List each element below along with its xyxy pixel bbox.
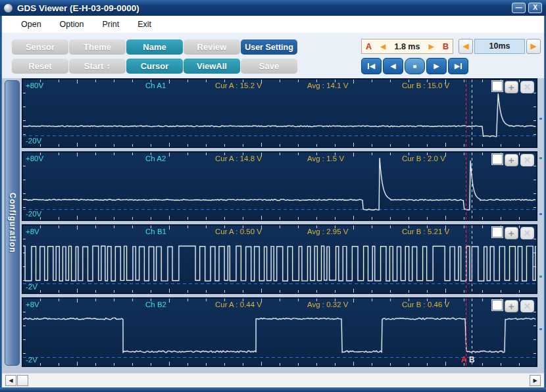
channel-panel-chA2: +80V Ch A2 Cur A : 14.8 V Avg : 1.5 V Cu… — [22, 151, 537, 221]
viewall-button[interactable]: ViewAll — [184, 59, 240, 74]
cursor-a-arrow-icon: ◀ — [380, 43, 385, 50]
theme-button[interactable]: Theme — [69, 39, 126, 55]
name-button[interactable]: Name — [126, 39, 183, 55]
stop-button[interactable]: ■ — [405, 58, 425, 74]
window-border-bottom — [0, 387, 546, 392]
right-edge-strip — [539, 78, 543, 370]
range-top-label: +8V — [26, 228, 39, 235]
app-icon — [4, 4, 12, 12]
channel-panel-chB2: +8V Ch B2 Cur A : 0.44 V Avg : 0.32 V Cu… — [22, 297, 537, 367]
minimize-button[interactable]: — — [512, 3, 526, 13]
bar-icon — [368, 63, 369, 69]
menu-open[interactable]: Open — [12, 17, 51, 32]
waveform-canvas-chB1[interactable] — [23, 226, 536, 293]
cursor-a-readout: Cur A : 0.44 V — [215, 301, 262, 308]
start-button-label: Start — [84, 61, 104, 71]
scrollbar-thumb[interactable] — [17, 375, 28, 386]
skip-to-start-button[interactable]: ◀ — [361, 58, 382, 74]
bar-icon — [460, 63, 462, 69]
cursor-b-readout: Cur B : 15.0 V — [402, 82, 449, 89]
configuration-tab[interactable]: Configuration — [5, 80, 20, 366]
cursor-button[interactable]: Cursor — [126, 59, 183, 74]
range-bottom-label: -2V — [26, 283, 37, 291]
playback-controls: ◀ ◀ ■ ▶ ▶ — [361, 58, 468, 74]
close-channel-button[interactable]: ✕ — [520, 227, 534, 239]
panel-controls: + ✕ — [492, 81, 534, 93]
channel-checkbox[interactable] — [492, 300, 503, 310]
waveform-canvas-chB2[interactable] — [23, 299, 536, 366]
close-channel-button[interactable]: ✕ — [520, 154, 534, 166]
step-forward-button[interactable]: ▶ — [426, 58, 447, 74]
panel-controls: + ✕ — [492, 300, 534, 312]
channel-name-label: Ch B2 — [145, 301, 166, 308]
range-top-label: +80V — [26, 82, 43, 89]
average-readout: Avg : 1.5 V — [307, 155, 344, 162]
average-readout: Avg : 0.32 V — [307, 301, 348, 308]
skip-end-icon: ▶ — [455, 62, 460, 70]
channel-checkbox[interactable] — [492, 227, 503, 237]
review-button[interactable]: Review — [184, 39, 240, 55]
menu-option[interactable]: Option — [51, 17, 93, 32]
cursor-b-readout: Cur B : 5.21 V — [402, 228, 449, 235]
cursor-span-value: 1.8 ms — [395, 42, 420, 51]
zoom-in-button[interactable]: + — [505, 300, 518, 312]
app-window: GDS Viewer (E-H-03-09-0000) — X Open Opt… — [0, 0, 546, 392]
range-bottom-label: -20V — [26, 210, 41, 218]
close-button[interactable]: X — [528, 3, 542, 13]
cursor-a-readout: Cur A : 15.2 V — [215, 82, 262, 89]
title-bar: GDS Viewer (E-H-03-09-0000) — X — [0, 0, 546, 16]
sensor-button[interactable]: Sensor — [12, 39, 68, 55]
cursor-a-marker-label[interactable]: A — [461, 355, 467, 364]
start-button[interactable]: Start ▲▼ — [69, 59, 126, 74]
zoom-in-button[interactable]: + — [505, 154, 518, 166]
waveform-canvas-chA2[interactable] — [23, 153, 536, 220]
menu-exit[interactable]: Exit — [128, 17, 161, 32]
toolbar: Sensor Theme Name Review User Setting Re… — [2, 33, 544, 78]
cursor-b-marker-label[interactable]: B — [469, 355, 475, 364]
zoom-in-button[interactable]: + — [505, 81, 518, 93]
main-content: Configuration +80V Ch A1 Cur A : 15.2 V … — [0, 78, 546, 373]
cursor-b-label: B — [443, 42, 449, 51]
cursor-span-readout: A ◀ 1.8 ms ▶ B — [361, 39, 453, 54]
panel-controls: + ✕ — [492, 227, 534, 239]
range-bottom-label: -20V — [26, 137, 41, 145]
average-readout: Avg : 14.1 V — [307, 82, 348, 89]
toolbar-row-2: Reset Start ▲▼ Cursor ViewAll Save — [12, 59, 297, 74]
timebase-value: 10ms — [474, 39, 525, 54]
window-border-left — [0, 16, 2, 387]
close-channel-button[interactable]: ✕ — [520, 81, 534, 93]
scroll-left-button[interactable]: ◀ — [5, 375, 16, 386]
close-channel-button[interactable]: ✕ — [520, 300, 534, 312]
waveform-canvas-chA1[interactable] — [23, 80, 536, 147]
toolbar-row-1: Sensor Theme Name Review User Setting — [12, 39, 297, 55]
step-back-icon: ◀ — [390, 62, 395, 70]
channel-checkbox[interactable] — [492, 81, 503, 91]
user-setting-button[interactable]: User Setting — [241, 39, 297, 55]
cursor-b-arrow-icon: ▶ — [429, 43, 434, 50]
channel-checkbox[interactable] — [492, 154, 503, 164]
save-button[interactable]: Save — [241, 59, 297, 74]
channel-panel-chB1: +8V Ch B1 Cur A : 0.50 V Avg : 2.95 V Cu… — [22, 224, 537, 294]
horizontal-scrollbar[interactable]: ◀ ▶ — [2, 373, 544, 387]
menu-print[interactable]: Print — [93, 17, 128, 32]
timebase-decrease-button[interactable]: ◀ — [459, 39, 473, 54]
cursor-a-label: A — [366, 42, 372, 51]
stop-icon: ■ — [413, 63, 416, 70]
cursor-a-readout: Cur A : 0.50 V — [215, 228, 262, 235]
step-forward-icon: ▶ — [434, 62, 439, 70]
skip-to-end-button[interactable]: ▶ — [448, 58, 468, 74]
reset-button[interactable]: Reset — [12, 59, 68, 74]
average-readout: Avg : 2.95 V — [307, 228, 348, 235]
timebase-increase-button[interactable]: ▶ — [526, 39, 541, 54]
step-back-button[interactable]: ◀ — [383, 58, 403, 74]
skip-start-icon: ◀ — [370, 62, 375, 70]
zoom-in-button[interactable]: + — [505, 227, 518, 239]
scroll-right-button[interactable]: ▶ — [530, 375, 541, 386]
cursor-b-readout: Cur B : 0.46 V — [402, 301, 449, 308]
range-bottom-label: -2V — [26, 356, 37, 364]
start-spinner-icon[interactable]: ▲▼ — [106, 63, 111, 70]
channel-panel-chA1: +80V Ch A1 Cur A : 15.2 V Avg : 14.1 V C… — [22, 78, 537, 148]
channel-name-label: Ch A2 — [145, 155, 166, 162]
menu-bar: Open Option Print Exit — [2, 16, 544, 33]
range-top-label: +80V — [26, 155, 43, 162]
